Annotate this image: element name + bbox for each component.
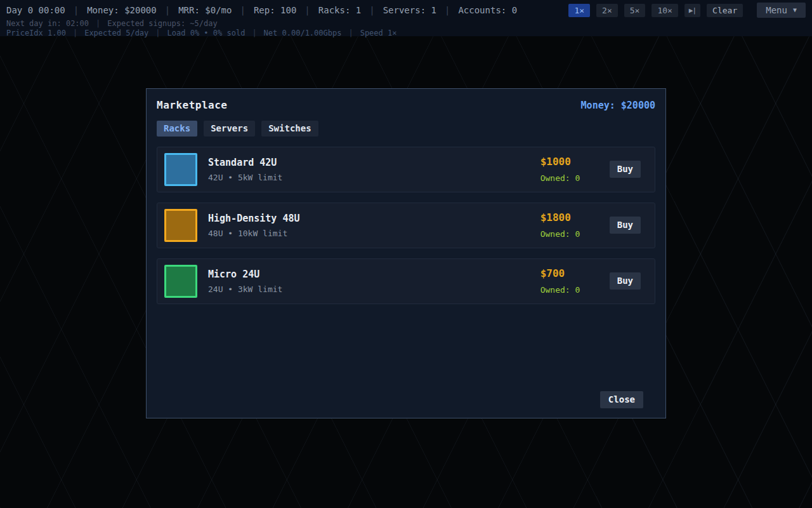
tab-racks[interactable]: Racks	[157, 121, 197, 137]
stat-separator: |	[341, 29, 360, 37]
speed-1x-button[interactable]: 1×	[568, 4, 590, 17]
list-item: Standard 42U 42U • 5kW limit $1000 Owned…	[157, 147, 655, 192]
item-specs: 48U • 10kW limit	[208, 229, 300, 238]
item-name: High-Density 48U	[208, 213, 300, 224]
menu-button-label: Menu	[766, 6, 787, 15]
item-owned-count: Owned: 0	[540, 285, 593, 295]
topbar-row-primary: Day 0 00:00 | Money: $20000 | MRR: $0/mo…	[6, 3, 806, 18]
stat-next-day: Next day in: 02:00	[6, 19, 89, 28]
speed-10x-button[interactable]: 10×	[652, 4, 678, 17]
stat-separator: |	[361, 5, 383, 15]
stat-accounts: Accounts: 0	[458, 5, 517, 15]
stat-reputation: Rep: 100	[254, 5, 296, 15]
item-purchase-block: $700 Owned: 0 Buy	[540, 267, 641, 295]
stat-load: Load 0% • 0% sold	[167, 29, 246, 37]
top-status-bar: Day 0 00:00 | Money: $20000 | MRR: $0/mo…	[0, 0, 812, 36]
stat-separator: |	[245, 29, 263, 37]
close-button[interactable]: Close	[600, 391, 643, 408]
stat-separator: |	[436, 5, 458, 15]
item-purchase-block: $1800 Owned: 0 Buy	[540, 211, 641, 239]
stat-expected-rate: Expected 5/day	[84, 29, 148, 37]
rack-icon-green	[164, 265, 197, 298]
item-price-block: $700 Owned: 0	[540, 267, 593, 295]
stat-separator: |	[296, 5, 318, 15]
item-purchase-block: $1000 Owned: 0 Buy	[540, 156, 641, 183]
primary-stats: Day 0 00:00 | Money: $20000 | MRR: $0/mo…	[6, 5, 517, 15]
rack-icon-blue	[164, 153, 197, 186]
list-item: High-Density 48U 48U • 10kW limit $1800 …	[157, 203, 655, 248]
stat-separator: |	[157, 5, 178, 15]
stat-speed: Speed 1×	[360, 29, 397, 37]
buy-button[interactable]: Buy	[610, 272, 641, 290]
item-price: $700	[540, 267, 593, 279]
tab-switches[interactable]: Switches	[261, 121, 318, 137]
marketplace-modal: Marketplace Money: $20000 Racks Servers …	[146, 88, 666, 418]
stat-expected-signups: Expected signups: ~5/day	[107, 19, 217, 28]
item-name: Standard 42U	[208, 157, 282, 168]
stat-separator: |	[89, 19, 107, 28]
stat-separator: |	[65, 5, 87, 15]
chevron-down-icon: ▼	[793, 7, 797, 13]
stat-separator: |	[66, 29, 84, 37]
item-text-block: Micro 24U 24U • 3kW limit	[208, 269, 282, 294]
list-item: Micro 24U 24U • 3kW limit $700 Owned: 0 …	[157, 258, 655, 304]
item-name: Micro 24U	[208, 269, 282, 280]
item-specs: 42U • 5kW limit	[208, 173, 282, 182]
step-forward-icon[interactable]: ▶|	[684, 4, 700, 17]
item-price-block: $1800 Owned: 0	[540, 211, 593, 239]
stat-money: Money: $20000	[87, 5, 157, 15]
item-owned-count: Owned: 0	[540, 173, 593, 183]
stat-mrr: MRR: $0/mo	[178, 5, 232, 15]
buy-button[interactable]: Buy	[610, 217, 641, 234]
stat-net: Net 0.00/1.00Gbps	[264, 29, 342, 37]
item-text-block: High-Density 48U 48U • 10kW limit	[208, 213, 300, 238]
speed-2x-button[interactable]: 2×	[596, 4, 618, 17]
item-specs: 24U • 3kW limit	[208, 284, 282, 294]
menu-button[interactable]: Menu ▼	[757, 3, 806, 18]
stat-price-index: PriceIdx 1.00	[6, 29, 66, 37]
item-text-block: Standard 42U 42U • 5kW limit	[208, 157, 282, 182]
stat-separator: |	[148, 29, 167, 37]
rack-item-list: Standard 42U 42U • 5kW limit $1000 Owned…	[157, 147, 655, 304]
item-owned-count: Owned: 0	[540, 229, 593, 239]
rack-icon-orange	[164, 209, 197, 242]
stat-servers: Servers: 1	[383, 5, 436, 15]
tab-servers[interactable]: Servers	[204, 121, 255, 137]
stat-racks: Racks: 1	[318, 5, 361, 15]
item-price-block: $1000 Owned: 0	[540, 156, 593, 183]
item-price: $1800	[540, 211, 593, 224]
clear-button[interactable]: Clear	[707, 4, 743, 17]
stat-day-time: Day 0 00:00	[6, 5, 65, 15]
stat-separator: |	[232, 5, 253, 15]
speed-5x-button[interactable]: 5×	[624, 4, 646, 17]
marketplace-tabs: Racks Servers Switches	[157, 121, 655, 137]
topbar-row-tertiary: PriceIdx 1.00 | Expected 5/day | Load 0%…	[6, 28, 806, 37]
topbar-row-secondary: Next day in: 02:00 | Expected signups: ~…	[6, 18, 806, 28]
buy-button[interactable]: Buy	[610, 161, 641, 178]
item-price: $1000	[540, 156, 593, 168]
time-controls: 1× 2× 5× 10× ▶| Clear Menu ▼	[568, 3, 806, 18]
page-title: Marketplace	[157, 99, 227, 111]
modal-money-display: Money: $20000	[581, 100, 655, 111]
marketplace-header: Marketplace Money: $20000	[157, 99, 655, 111]
